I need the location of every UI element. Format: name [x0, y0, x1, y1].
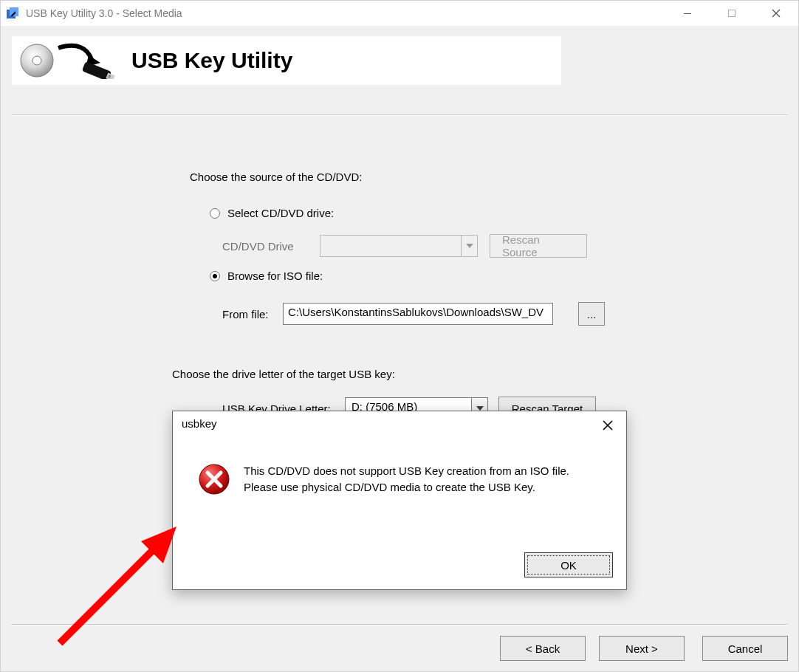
radio-browse-iso-label: Browse for ISO file:: [227, 270, 323, 282]
chevron-down-icon: [462, 235, 478, 257]
dialog-message: This CD/DVD does not support USB Key cre…: [244, 463, 598, 496]
browse-button[interactable]: ...: [578, 302, 605, 326]
from-file-row: From file: C:\Users\KonstantinsSablukovs…: [222, 302, 605, 326]
window-title: USB Key Utility 3.0 - Select Media: [26, 7, 182, 19]
target-heading: Choose the drive letter of the target US…: [172, 368, 395, 380]
back-button[interactable]: < Back: [500, 636, 586, 661]
radio-icon: [210, 271, 220, 281]
radio-icon: [210, 208, 220, 219]
source-heading: Choose the source of the CD/DVD:: [190, 171, 362, 183]
error-dialog: usbkey Th: [172, 411, 627, 590]
cd-to-usb-icon: [18, 42, 118, 79]
close-icon: [602, 419, 614, 431]
close-button[interactable]: [754, 1, 798, 26]
wizard-footer: < Back Next > Cancel: [1, 625, 798, 671]
banner: USB Key Utility: [12, 36, 561, 85]
titlebar: USB Key Utility 3.0 - Select Media: [1, 1, 798, 26]
radio-browse-iso[interactable]: Browse for ISO file:: [210, 270, 323, 282]
dialog-close-button[interactable]: [594, 414, 622, 436]
dialog-ok-button[interactable]: OK: [524, 552, 613, 577]
svg-rect-3: [729, 10, 735, 17]
cd-dvd-drive-label: CD/DVD Drive: [222, 240, 308, 253]
minimize-button[interactable]: [665, 1, 710, 26]
svg-point-5: [32, 56, 41, 65]
error-icon: [198, 463, 230, 498]
cancel-button[interactable]: Cancel: [702, 636, 788, 661]
svg-rect-1: [10, 7, 18, 16]
radio-select-drive-label: Select CD/DVD drive:: [227, 207, 334, 219]
cd-dvd-drive-value: [320, 235, 462, 257]
app-window: USB Key Utility 3.0 - Select Media: [0, 0, 799, 672]
cd-dvd-drive-row: CD/DVD Drive Rescan Source: [222, 234, 587, 258]
from-file-label: From file:: [222, 308, 275, 320]
iso-path-field[interactable]: C:\Users\KonstantinsSablukovs\Downloads\…: [283, 303, 553, 325]
dialog-title: usbkey: [182, 417, 217, 430]
banner-title: USB Key Utility: [131, 48, 292, 73]
maximize-button[interactable]: [710, 1, 754, 26]
svg-rect-2: [684, 13, 691, 14]
radio-select-drive[interactable]: Select CD/DVD drive:: [210, 207, 334, 219]
next-button[interactable]: Next >: [599, 636, 685, 661]
cd-dvd-drive-dropdown: [320, 235, 478, 257]
separator: [11, 114, 788, 116]
rescan-source-button: Rescan Source: [490, 234, 587, 258]
app-icon: [5, 6, 20, 21]
